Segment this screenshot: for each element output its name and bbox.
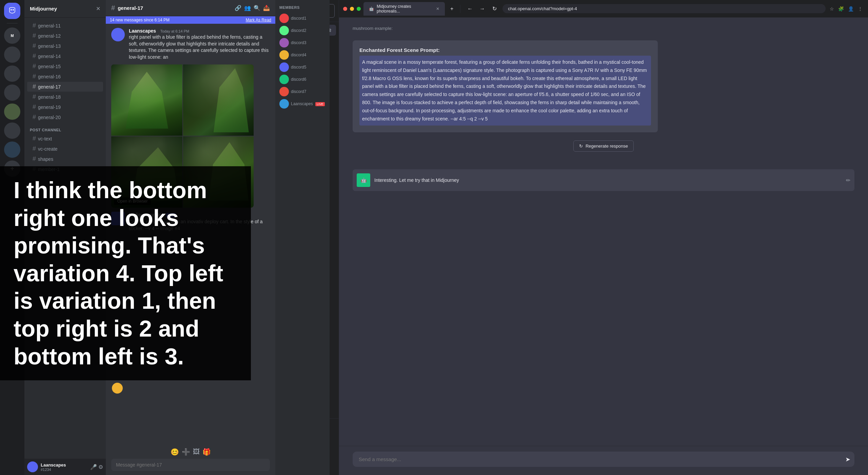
members-icon[interactable]: 👥 bbox=[244, 5, 251, 11]
server-icon-7[interactable] bbox=[4, 141, 20, 158]
scroll-dot[interactable] bbox=[112, 383, 123, 394]
member-list: Members discord1 discord2 discord3 disco… bbox=[275, 0, 330, 475]
preview-avatar: 🤖 bbox=[357, 173, 370, 187]
prompt-text: A magical scene in a mossy temperate for… bbox=[359, 56, 651, 126]
hash-icon: # bbox=[33, 103, 36, 111]
member-avatar bbox=[279, 99, 289, 109]
member-avatar bbox=[279, 14, 289, 23]
forest-image-2 bbox=[183, 64, 254, 136]
search-icon[interactable]: 🔍 bbox=[254, 5, 260, 11]
new-tab-icon[interactable]: + bbox=[448, 4, 456, 13]
server-icon-discord[interactable] bbox=[4, 3, 20, 19]
server-icon-1[interactable]: M bbox=[4, 27, 20, 44]
channel-item-general-20[interactable]: # general-20 bbox=[27, 112, 103, 122]
edit-response-icon[interactable]: ✏ bbox=[846, 177, 850, 184]
channel-item-general-13[interactable]: # general-13 bbox=[27, 41, 103, 51]
message-time: Today at 6:14 PM bbox=[160, 29, 190, 33]
chat-input-wrapper: ➤ bbox=[353, 452, 854, 467]
browser-url[interactable]: chat.openai.com/chat?model=gpt-4 bbox=[502, 4, 826, 13]
chat-channel-name: general-17 bbox=[118, 5, 143, 11]
settings-icon[interactable]: ⚙ bbox=[98, 464, 103, 470]
channel-item-general-18[interactable]: # general-18 bbox=[27, 92, 103, 102]
extensions-icon[interactable]: 🧩 bbox=[837, 5, 845, 13]
channel-item-general-16[interactable]: # general-16 bbox=[27, 72, 103, 81]
preview-text: Interesting. Let me try that in Midjourn… bbox=[374, 177, 459, 183]
mark-as-read-btn[interactable]: Mark As Read bbox=[246, 18, 271, 22]
overlay-text: I think the bottom right one looks promi… bbox=[0, 166, 251, 380]
channel-name: general-16 bbox=[38, 74, 61, 79]
channel-item-general-11[interactable]: # general-11 bbox=[27, 21, 103, 31]
tab-close-icon[interactable]: ✕ bbox=[436, 6, 439, 11]
inbox-icon[interactable]: 📥 bbox=[263, 5, 270, 11]
channel-item-general-12[interactable]: # general-12 bbox=[27, 31, 103, 41]
forward-button[interactable]: → bbox=[477, 3, 488, 14]
channel-list-header: Midjourney ✕ bbox=[24, 0, 106, 18]
thread-icon[interactable]: 🔗 bbox=[235, 5, 241, 11]
server-icon-3[interactable] bbox=[4, 65, 20, 82]
member-item[interactable]: discord1 bbox=[278, 12, 327, 24]
channel-item-vc-text[interactable]: # vc-text bbox=[27, 134, 103, 144]
chat-input-area: 😊 ➕ 🖼 🎁 bbox=[106, 444, 275, 475]
close-button[interactable] bbox=[343, 7, 347, 11]
server-icon-2[interactable] bbox=[4, 46, 20, 63]
star-icon[interactable]: ☆ bbox=[828, 5, 835, 13]
member-name: discord6 bbox=[291, 77, 306, 82]
mic-icon[interactable]: 🎤 bbox=[90, 464, 97, 470]
regenerate-icon: ↻ bbox=[579, 144, 583, 149]
channel-name: shapes bbox=[38, 156, 53, 162]
message-content: Laanscapes Today at 6:14 PM right panel … bbox=[129, 28, 270, 60]
member-item[interactable]: discord4 bbox=[278, 49, 327, 61]
member-item[interactable]: discord6 bbox=[278, 73, 327, 86]
notification-bar: 14 new messages since 6:14 PM Mark As Re… bbox=[106, 16, 275, 24]
back-button[interactable]: ← bbox=[465, 3, 475, 14]
member-item[interactable]: discord3 bbox=[278, 37, 327, 49]
message-text: right panel with a blue filter is placed… bbox=[129, 34, 270, 60]
profile-icon[interactable]: 👤 bbox=[847, 5, 855, 13]
server-icon-6[interactable] bbox=[4, 122, 20, 139]
member-item-live[interactable]: Laanscapes LIVE bbox=[278, 98, 327, 110]
svg-point-0 bbox=[11, 9, 12, 11]
mushroom-label: mushroom example: bbox=[353, 26, 854, 31]
server-icon-4[interactable] bbox=[4, 84, 20, 101]
gift-icon[interactable]: 🎁 bbox=[202, 448, 211, 456]
channel-name: general-17 bbox=[38, 84, 61, 90]
channel-item-general-19[interactable]: # general-19 bbox=[27, 102, 103, 112]
regenerate-button[interactable]: ↻ Regenerate response bbox=[573, 140, 634, 152]
member-item[interactable]: discord5 bbox=[278, 61, 327, 73]
channel-name: general-15 bbox=[38, 64, 61, 69]
message-username: Laanscapes bbox=[129, 28, 156, 34]
message-avatar bbox=[111, 28, 125, 41]
channel-item-shapes[interactable]: # shapes bbox=[27, 154, 103, 164]
browser-bar: 🤖 Midjourney creates photorealis... ✕ + … bbox=[339, 0, 868, 18]
channel-name: vc-create bbox=[38, 146, 58, 152]
chat-input[interactable] bbox=[111, 459, 270, 471]
prompt-section-title: Enchanted Forest Scene Prompt: bbox=[359, 47, 651, 53]
server-settings-icon[interactable]: ✕ bbox=[96, 5, 100, 12]
image-icon[interactable]: 🖼 bbox=[193, 448, 200, 456]
regenerate-container: ↻ Regenerate response bbox=[353, 140, 854, 156]
chatgpt-main: 🤖 Midjourney creates photorealis... ✕ + … bbox=[339, 0, 868, 475]
interesting-preview[interactable]: 🤖 Interesting. Let me try that in Midjou… bbox=[353, 169, 854, 191]
chatgpt-input[interactable] bbox=[353, 452, 854, 467]
channel-name: general-11 bbox=[38, 23, 61, 28]
channel-item-general-15[interactable]: # general-15 bbox=[27, 61, 103, 71]
menu-icon[interactable]: ⋮ bbox=[856, 5, 864, 13]
maximize-button[interactable] bbox=[357, 7, 361, 11]
channel-name: general-18 bbox=[38, 94, 61, 100]
server-icon-5[interactable] bbox=[4, 103, 20, 120]
user-avatar bbox=[27, 461, 38, 472]
member-item[interactable]: discord7 bbox=[278, 86, 327, 98]
channel-item-general-14[interactable]: # general-14 bbox=[27, 51, 103, 61]
add-icon[interactable]: ➕ bbox=[182, 448, 190, 456]
channel-item-general-17[interactable]: # general-17 bbox=[27, 82, 103, 92]
minimize-button[interactable] bbox=[350, 7, 354, 11]
channel-item-vc-create[interactable]: # vc-create bbox=[27, 144, 103, 154]
send-button[interactable]: ➤ bbox=[845, 456, 850, 463]
hash-icon: # bbox=[33, 53, 36, 60]
reload-button[interactable]: ↻ bbox=[489, 3, 500, 14]
tab-title: Midjourney creates photorealis... bbox=[377, 4, 432, 14]
member-item[interactable]: discord2 bbox=[278, 24, 327, 37]
emoji-icon[interactable]: 😊 bbox=[171, 448, 179, 456]
hash-icon: # bbox=[33, 83, 36, 90]
browser-tab[interactable]: 🤖 Midjourney creates photorealis... ✕ bbox=[363, 2, 445, 16]
